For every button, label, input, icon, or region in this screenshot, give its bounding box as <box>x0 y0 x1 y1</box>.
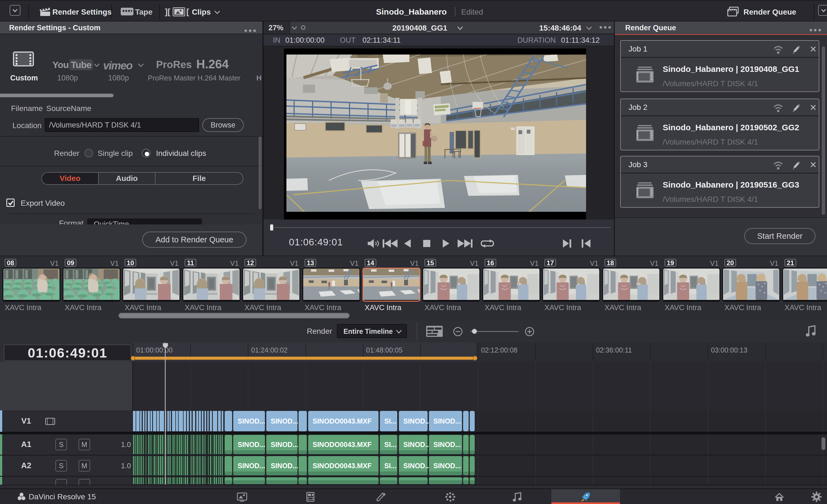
svg-text:SINOD...: SINOD... <box>403 441 431 448</box>
svg-text:SINODO0043.MXF: SINODO0043.MXF <box>312 417 372 425</box>
svg-text:SI...: SI... <box>384 441 396 448</box>
svg-text:SINOD...: SINOD... <box>271 417 298 425</box>
svg-text:SINOD...: SINOD... <box>403 462 431 469</box>
svg-text:SINOD...: SINOD... <box>238 462 265 469</box>
svg-text:SINOD...: SINOD... <box>238 417 265 425</box>
svg-text:SINOD...: SINOD... <box>433 462 461 469</box>
svg-text:SINOD...: SINOD... <box>433 441 461 448</box>
svg-text:SINODO0043.MXF: SINODO0043.MXF <box>312 441 372 448</box>
svg-text:SI...: SI... <box>384 462 396 469</box>
svg-text:SINOD...: SINOD... <box>271 462 298 469</box>
svg-text:SI...: SI... <box>384 417 396 425</box>
svg-text:SINOD...: SINOD... <box>238 441 265 448</box>
svg-text:SINODO0043.MXF: SINODO0043.MXF <box>312 462 372 469</box>
svg-text:SINOD...: SINOD... <box>433 417 461 425</box>
svg-text:SINOD...: SINOD... <box>403 417 431 425</box>
svg-text:SINOD...: SINOD... <box>271 441 298 448</box>
